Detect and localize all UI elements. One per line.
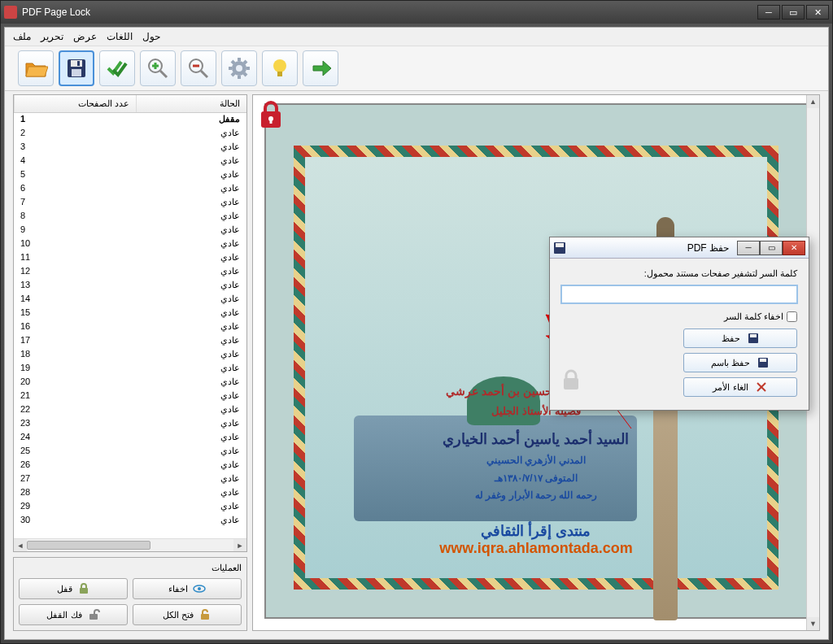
cell-page: 14	[14, 293, 136, 307]
table-row[interactable]: 7عادي	[14, 196, 246, 210]
dialog-save-as-button[interactable]: حفظ باسم	[683, 353, 797, 372]
table-row[interactable]: 18عادي	[14, 348, 246, 362]
text-line-3: السيد أحمد ياسين أحمد الخياري	[305, 426, 767, 452]
folder-icon	[24, 56, 48, 80]
table-row[interactable]: 8عادي	[14, 210, 246, 224]
table-body[interactable]: 1مقفل2عادي3عادي4عادي5عادي6عادي7عادي8عادي…	[14, 113, 246, 538]
open-all-button[interactable]: فتح الكل	[133, 604, 242, 625]
zoom-out-button[interactable]	[181, 50, 216, 86]
lock-button[interactable]: قفل	[19, 578, 128, 599]
save-icon	[747, 332, 760, 345]
cell-state: عادي	[136, 141, 246, 154]
settings-button[interactable]	[221, 50, 257, 86]
scroll-thumb[interactable]	[27, 541, 150, 550]
table-row[interactable]: 20عادي	[14, 376, 246, 389]
svg-point-24	[198, 587, 201, 590]
minimize-button[interactable]: ─	[757, 5, 780, 20]
table-row[interactable]: 15عادي	[14, 307, 246, 320]
save-as-icon	[757, 356, 770, 369]
hide-button[interactable]: اخفاء	[133, 578, 242, 599]
scroll-up-arrow[interactable]: ▲	[807, 95, 819, 108]
table-row[interactable]: 3عادي	[14, 141, 246, 154]
dialog-save-button[interactable]: حفظ	[683, 329, 797, 348]
client-area: حول اللغات عرض تحرير ملف	[4, 27, 829, 640]
table-row[interactable]: 27عادي	[14, 472, 246, 486]
menu-file[interactable]: ملف	[13, 31, 31, 42]
menu-about[interactable]: حول	[142, 31, 160, 42]
menu-languages[interactable]: اللغات	[107, 31, 133, 42]
text-line-6: رحمه الله رحمة الأبرار وغفر له	[305, 487, 767, 505]
svg-rect-26	[201, 614, 209, 620]
menu-view[interactable]: عرض	[73, 31, 97, 42]
cell-state: عادي	[136, 196, 246, 210]
table-row[interactable]: 14عادي	[14, 293, 246, 307]
titlebar: PDF Page Lock ─ ▭ ✕	[1, 1, 832, 24]
table-row[interactable]: 5عادي	[14, 168, 246, 182]
pages-table: الحالة عدد الصفحات 1مقفل2عادي3عادي4عادي5…	[13, 94, 247, 552]
close-button[interactable]: ✕	[806, 5, 829, 20]
table-row[interactable]: 26عادي	[14, 459, 246, 472]
hide-password-check[interactable]	[787, 311, 797, 322]
dialog-titlebar: حفظ PDF ─ ▭ ✕	[550, 237, 809, 259]
table-row[interactable]: 25عادي	[14, 445, 246, 459]
table-row[interactable]: 23عادي	[14, 417, 246, 431]
unlock-all-icon	[198, 608, 212, 621]
open-button[interactable]	[18, 50, 54, 86]
table-row[interactable]: 21عادي	[14, 389, 246, 403]
menu-edit[interactable]: تحرير	[41, 31, 63, 42]
dialog-body: كلمة السر لتشفير صفحات مستند محمول: اخفا…	[550, 259, 809, 410]
password-input[interactable]	[561, 285, 797, 303]
unlock-label: فك القفل	[46, 610, 81, 620]
svg-rect-37	[556, 243, 564, 247]
table-row[interactable]: 19عادي	[14, 362, 246, 376]
cell-state: عادي	[136, 237, 246, 251]
cell-state: عادي	[136, 265, 246, 279]
table-row[interactable]: 24عادي	[14, 431, 246, 445]
scroll-down-arrow[interactable]: ▼	[807, 617, 819, 630]
table-row[interactable]: 9عادي	[14, 224, 246, 237]
dialog-cancel-button[interactable]: الغاء الأمر	[683, 377, 797, 397]
table-row[interactable]: 4عادي	[14, 154, 246, 168]
table-row[interactable]: 13عادي	[14, 279, 246, 293]
table-row[interactable]: 1مقفل	[14, 113, 246, 127]
table-row[interactable]: 11عادي	[14, 251, 246, 265]
table-row[interactable]: 6عادي	[14, 182, 246, 196]
dialog-close-button[interactable]: ✕	[783, 241, 805, 255]
cancel-icon	[755, 381, 768, 394]
table-row[interactable]: 28عادي	[14, 486, 246, 500]
table-row[interactable]: 17عادي	[14, 334, 246, 348]
maximize-button[interactable]: ▭	[782, 5, 805, 20]
dialog-floppy-icon	[553, 242, 566, 255]
col-page[interactable]: عدد الصفحات	[14, 95, 136, 112]
cell-page: 9	[14, 224, 136, 237]
dialog-minimize-button[interactable]: ─	[737, 241, 760, 255]
cell-state: عادي	[136, 362, 246, 376]
table-row[interactable]: 16عادي	[14, 320, 246, 334]
table-row[interactable]: 10عادي	[14, 237, 246, 251]
h-scrollbar[interactable]: ◄ ►	[14, 538, 246, 551]
svg-line-5	[160, 71, 167, 77]
table-row[interactable]: 30عادي	[14, 514, 246, 528]
table-row[interactable]: 2عادي	[14, 127, 246, 141]
cell-page: 20	[14, 376, 136, 389]
save-button[interactable]	[59, 50, 94, 86]
dialog-maximize-button[interactable]: ▭	[760, 241, 783, 255]
site-credit: منتدى إقرأ الثقافي www.iqra.ahlamontada.…	[305, 522, 767, 557]
col-state[interactable]: الحالة	[136, 95, 246, 112]
password-label: كلمة السر لتشفير صفحات مستند محمول:	[561, 268, 797, 279]
apply-button[interactable]	[99, 50, 135, 86]
cell-page: 13	[14, 279, 136, 293]
hide-password-checkbox[interactable]: اخفاء كلمة السر	[724, 311, 797, 322]
unlock-button[interactable]: فك القفل	[19, 604, 128, 625]
svg-rect-25	[80, 588, 88, 594]
tip-button[interactable]	[262, 50, 298, 86]
scroll-right-arrow[interactable]: ►	[233, 539, 246, 552]
table-row[interactable]: 22عادي	[14, 403, 246, 417]
next-button[interactable]	[303, 50, 338, 86]
table-row[interactable]: 12عادي	[14, 265, 246, 279]
scroll-left-arrow[interactable]: ◄	[14, 539, 27, 552]
cell-state: عادي	[136, 251, 246, 265]
zoom-in-button[interactable]	[140, 50, 176, 86]
table-row[interactable]: 29عادي	[14, 500, 246, 514]
cell-state: عادي	[136, 210, 246, 224]
